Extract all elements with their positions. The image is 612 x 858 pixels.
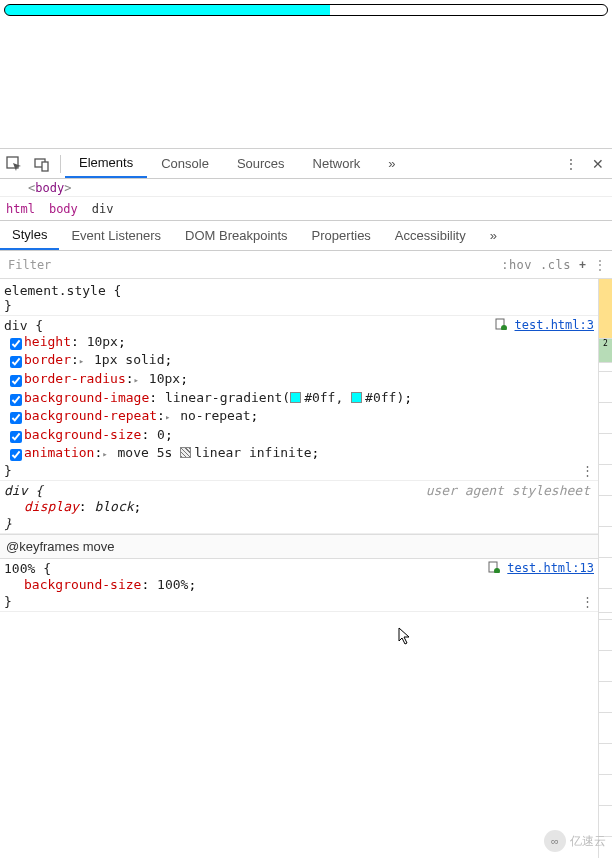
decl-height[interactable]: height: 10px;: [4, 333, 594, 351]
brace: {: [43, 561, 51, 576]
svg-point-6: [494, 568, 500, 573]
prop: background-size: [24, 427, 141, 442]
close-icon[interactable]: ✕: [584, 156, 612, 172]
ua-note: user agent stylesheet: [426, 483, 594, 498]
val: 100%: [157, 577, 188, 592]
val: 0: [157, 427, 165, 442]
color-hex: #0ff: [304, 390, 335, 405]
source-link-text[interactable]: test.html:3: [515, 318, 594, 332]
val: block: [94, 499, 133, 514]
decl-background-repeat[interactable]: background-repeat: no-repeat;: [4, 407, 594, 426]
decl-display: display: block;: [4, 498, 594, 516]
sep: ,: [335, 390, 351, 405]
decl-border-radius[interactable]: border-radius: 10px;: [4, 370, 594, 389]
selector: 100%: [4, 561, 35, 576]
expand-icon[interactable]: [102, 445, 109, 460]
tab-network[interactable]: Network: [299, 149, 375, 178]
selector: element.style: [4, 283, 106, 298]
overview-gutter[interactable]: 2: [598, 279, 612, 858]
rule-kebab-icon[interactable]: ⋮: [581, 594, 594, 609]
selector: div: [4, 318, 27, 333]
brace: }: [4, 298, 12, 313]
brace: {: [35, 483, 43, 498]
decl-animation[interactable]: animation: move 5s linear infinite;: [4, 444, 594, 463]
tab-elements[interactable]: Elements: [65, 149, 147, 178]
svg-rect-2: [42, 162, 48, 171]
tab-sources[interactable]: Sources: [223, 149, 299, 178]
val: 1px solid: [94, 352, 164, 367]
prop: border-radius: [24, 371, 126, 386]
decl-checkbox[interactable]: [6, 446, 25, 466]
subtab-accessibility[interactable]: Accessibility: [383, 221, 478, 250]
progress-bar: [4, 4, 608, 16]
expand-icon[interactable]: [165, 408, 172, 423]
color-swatch-icon[interactable]: [290, 392, 301, 403]
val: linear-gradient(#0ff, #0ff): [165, 390, 404, 405]
decl-background-image[interactable]: background-image: linear-gradient(#0ff, …: [4, 389, 594, 407]
tabs-overflow-icon[interactable]: »: [374, 149, 409, 178]
dom-tree-snippet[interactable]: <body>: [0, 179, 612, 197]
source-link-text[interactable]: test.html:13: [507, 561, 594, 575]
decl-border[interactable]: border: 1px solid;: [4, 351, 594, 370]
gutter-badge: 2: [599, 339, 612, 363]
gradient-close: ): [396, 390, 404, 405]
source-link[interactable]: test.html:3: [495, 318, 594, 332]
devtools-panel: Elements Console Sources Network » ⋮ ✕ <…: [0, 148, 612, 858]
cls-toggle[interactable]: .cls: [540, 258, 571, 272]
color-hex: #0ff: [365, 390, 396, 405]
decl-background-size[interactable]: background-size: 0;: [4, 426, 594, 444]
breadcrumb-div[interactable]: div: [92, 202, 114, 216]
prop: height: [24, 334, 71, 349]
decl-kf-bgsize[interactable]: background-size: 100%;: [4, 576, 594, 594]
prop: background-size: [24, 577, 141, 592]
hov-toggle[interactable]: :hov: [501, 258, 532, 272]
tab-console[interactable]: Console: [147, 149, 223, 178]
subtab-styles[interactable]: Styles: [0, 221, 59, 250]
subtab-properties[interactable]: Properties: [300, 221, 383, 250]
rule-element-style[interactable]: element.style { }: [0, 281, 598, 316]
dom-tag: body: [35, 181, 64, 195]
subtabs-overflow-icon[interactable]: »: [478, 221, 509, 250]
anim-name-dur: move 5s: [118, 445, 181, 460]
device-toggle-icon[interactable]: [28, 156, 56, 172]
rule-ua-div: user agent stylesheet div { display: blo…: [0, 481, 598, 534]
gradient-fn: linear-gradient(: [165, 390, 290, 405]
prop: display: [24, 499, 79, 514]
watermark-text: 亿速云: [570, 833, 606, 850]
breadcrumb: html body div: [0, 197, 612, 221]
watermark: ∞ 亿速云: [544, 830, 606, 852]
anim-rest: linear infinite: [194, 445, 311, 460]
subtab-event-listeners[interactable]: Event Listeners: [59, 221, 173, 250]
breadcrumb-html[interactable]: html: [6, 202, 35, 216]
easing-swatch-icon[interactable]: [180, 447, 191, 458]
brace: }: [4, 516, 12, 531]
styles-body: element.style { } test.html:3 div { heig…: [0, 279, 612, 858]
source-link[interactable]: test.html:13: [488, 561, 594, 575]
subtab-dom-breakpoints[interactable]: DOM Breakpoints: [173, 221, 300, 250]
brace: }: [4, 594, 12, 609]
filter-input[interactable]: [6, 257, 493, 273]
filter-kebab-icon[interactable]: ⋮: [594, 258, 606, 272]
separator: [60, 155, 61, 173]
inspect-icon[interactable]: [0, 156, 28, 172]
val: move 5s linear infinite: [118, 445, 312, 460]
val: 10px: [149, 371, 180, 386]
kebab-menu-icon[interactable]: ⋮: [558, 157, 584, 171]
selector: div: [4, 483, 27, 498]
expand-icon[interactable]: [79, 352, 86, 367]
color-swatch-icon[interactable]: [351, 392, 362, 403]
rule-kebab-icon[interactable]: ⋮: [581, 463, 594, 478]
expand-icon[interactable]: [134, 371, 141, 386]
new-rule-icon[interactable]: +: [579, 258, 586, 272]
rendered-page: [0, 0, 612, 148]
brace: {: [35, 318, 43, 333]
rule-div[interactable]: test.html:3 div { height: 10px; border: …: [0, 316, 598, 481]
val: 10px: [87, 334, 118, 349]
prop: background-image: [24, 390, 149, 405]
svg-point-4: [501, 325, 507, 330]
styles-filter-bar: :hov .cls + ⋮: [0, 251, 612, 279]
brace: {: [114, 283, 122, 298]
keyframes-header[interactable]: @keyframes move: [0, 534, 598, 559]
rule-keyframe-100[interactable]: test.html:13 100% { background-size: 100…: [0, 559, 598, 612]
breadcrumb-body[interactable]: body: [49, 202, 78, 216]
